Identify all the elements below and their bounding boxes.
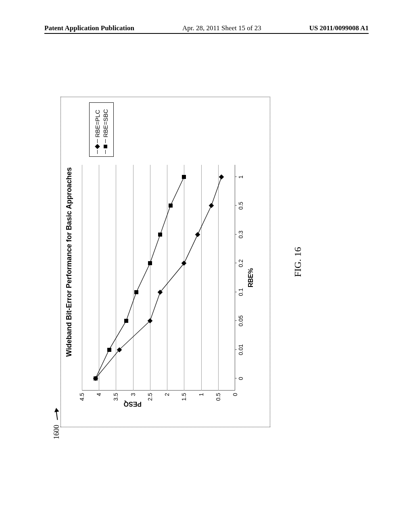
x-tick-mark bbox=[235, 205, 237, 206]
x-tick-label: 1 bbox=[238, 175, 244, 179]
y-tick-label: 2 bbox=[164, 393, 170, 405]
x-tick-mark bbox=[235, 263, 237, 263]
header-divider bbox=[44, 33, 369, 34]
reference-arrow-icon bbox=[54, 408, 60, 420]
square-marker-icon bbox=[158, 233, 162, 237]
square-marker-icon bbox=[94, 376, 98, 380]
page: Patent Application Publication Apr. 28, … bbox=[0, 0, 413, 532]
y-tick-label: 2.5 bbox=[147, 393, 153, 405]
x-tick-mark bbox=[235, 320, 237, 321]
x-tick-mark bbox=[235, 234, 237, 235]
x-axis-label: RBE% bbox=[247, 165, 254, 391]
square-marker-icon bbox=[107, 348, 111, 352]
chart-title: Wideband Bit-Error Performance for Basic… bbox=[65, 97, 73, 427]
x-tick-mark bbox=[235, 292, 237, 292]
x-tick-label: 0.05 bbox=[238, 316, 244, 326]
diamond-marker-icon bbox=[95, 144, 100, 149]
chart-lines bbox=[82, 165, 235, 391]
x-tick-label: 0.2 bbox=[238, 260, 244, 267]
legend-item: RBE=PLC bbox=[94, 105, 101, 154]
x-tick-mark bbox=[235, 177, 237, 177]
legend-item: RBE=SBC bbox=[102, 105, 109, 154]
x-tick-mark bbox=[235, 349, 237, 350]
figure-rotated: 1600 Wideband Bit-Error Performance for … bbox=[52, 81, 367, 443]
square-marker-icon bbox=[124, 319, 128, 323]
y-tick-label: 3.5 bbox=[113, 393, 119, 405]
header-mid: Apr. 28, 2011 Sheet 15 of 23 bbox=[182, 24, 261, 32]
y-tick-label: 3 bbox=[130, 393, 136, 405]
y-tick-label: 4.5 bbox=[79, 393, 85, 405]
y-tick-label: 0.5 bbox=[215, 393, 221, 405]
legend-line-icon bbox=[97, 150, 98, 154]
plot-area: 00.511.522.533.544.500.010.050.10.20.30.… bbox=[82, 165, 235, 391]
y-tick-label: 4 bbox=[96, 393, 102, 405]
x-tick-label: 0.5 bbox=[238, 202, 244, 210]
legend-line-icon bbox=[105, 139, 106, 143]
y-tick-label: 1 bbox=[198, 393, 204, 405]
figure-caption: FIG. 16 bbox=[292, 81, 303, 443]
x-tick-label: 0 bbox=[238, 377, 244, 380]
header-right: US 2011/0099008 A1 bbox=[309, 24, 369, 32]
x-tick-label: 0.3 bbox=[238, 231, 244, 238]
figure-reference-number: 1600 bbox=[52, 425, 61, 439]
y-tick-label: 1.5 bbox=[181, 393, 187, 405]
legend-label: RBE=PLC bbox=[94, 110, 101, 137]
square-marker-icon bbox=[182, 175, 186, 179]
header-left: Patent Application Publication bbox=[44, 24, 134, 32]
legend-line-icon bbox=[105, 150, 106, 154]
square-marker-icon bbox=[134, 290, 138, 294]
page-header: Patent Application Publication Apr. 28, … bbox=[44, 24, 369, 32]
legend-label: RBE=SBC bbox=[102, 109, 109, 137]
chart-frame: Wideband Bit-Error Performance for Basic… bbox=[60, 97, 270, 427]
x-tick-mark bbox=[235, 378, 237, 378]
y-tick-label: 0 bbox=[232, 393, 238, 405]
square-marker-icon bbox=[169, 204, 173, 208]
square-marker-icon bbox=[104, 145, 107, 148]
square-marker-icon bbox=[148, 261, 152, 265]
legend: RBE=PLC RBE=SBC bbox=[89, 102, 114, 157]
x-tick-label: 0.1 bbox=[238, 288, 244, 296]
series-line bbox=[96, 177, 221, 378]
x-tick-label: 0.01 bbox=[238, 344, 244, 355]
figure-container: 1600 Wideband Bit-Error Performance for … bbox=[52, 81, 367, 443]
legend-line-icon bbox=[97, 139, 98, 143]
